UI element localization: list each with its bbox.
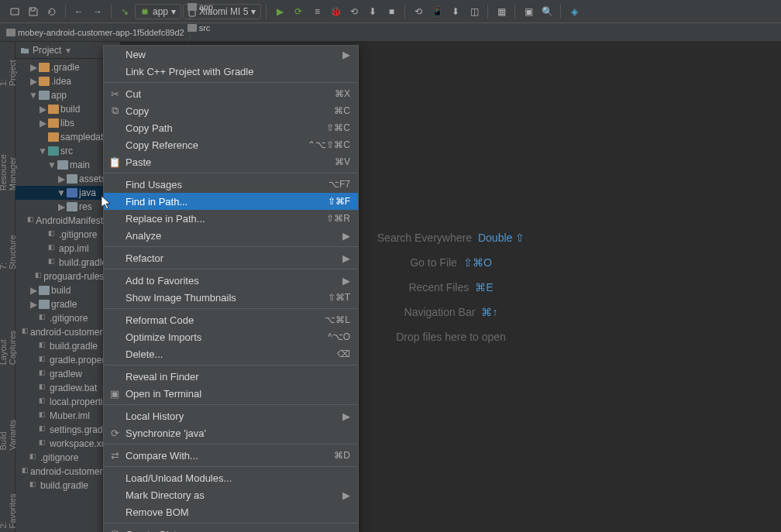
- breadcrumb-item[interactable]: app: [188, 2, 218, 12]
- expand-arrow-icon[interactable]: ▼: [39, 147, 46, 155]
- context-menu-item[interactable]: Link C++ Project with Gradle: [104, 63, 358, 80]
- expand-arrow-icon[interactable]: [29, 384, 37, 392]
- context-menu-item[interactable]: Mark Directory as ▶: [104, 486, 358, 503]
- expand-arrow-icon[interactable]: ▶: [57, 175, 65, 183]
- context-menu-item[interactable]: Reformat Code ⌥⌘L: [104, 311, 358, 328]
- expand-arrow-icon[interactable]: [29, 356, 37, 364]
- context-menu-item[interactable]: ⇄ Compare With... ⌘D: [104, 447, 358, 464]
- expand-arrow-icon[interactable]: [29, 370, 37, 378]
- debug-run-icon[interactable]: ⟳: [290, 3, 307, 20]
- left-tab[interactable]: 7: Structure: [0, 225, 19, 273]
- stop-icon[interactable]: ■: [383, 3, 400, 20]
- expand-arrow-icon[interactable]: [29, 412, 37, 420]
- open-icon[interactable]: [6, 3, 23, 20]
- context-menu-item[interactable]: Find Usages ⌥F7: [104, 176, 358, 193]
- sync-icon[interactable]: ⟲: [410, 3, 427, 20]
- expand-arrow-icon[interactable]: [29, 273, 33, 280]
- expand-arrow-icon[interactable]: [29, 398, 37, 406]
- breadcrumb-label: app: [199, 2, 213, 12]
- expand-arrow-icon[interactable]: [39, 259, 46, 266]
- run-icon[interactable]: ▶: [271, 3, 288, 20]
- folder-icon: [39, 63, 50, 72]
- context-menu-item[interactable]: Load/Unload Modules...: [104, 469, 358, 486]
- menu-item-icon: ⇄: [108, 450, 121, 462]
- expand-arrow-icon[interactable]: ▶: [57, 203, 65, 211]
- editor-hint: Go to File ⇧⌘O: [410, 256, 492, 269]
- search-icon[interactable]: 🔍: [538, 3, 556, 20]
- expand-arrow-icon[interactable]: [20, 482, 28, 489]
- context-menu-item[interactable]: ▣ Open in Terminal: [104, 385, 358, 402]
- expand-icon[interactable]: ▣: [520, 3, 537, 20]
- left-tab[interactable]: Resource Manager: [0, 120, 19, 194]
- context-menu-item[interactable]: ◯ Create Gist...: [104, 526, 358, 532]
- expand-arrow-icon[interactable]: ▶: [39, 119, 46, 127]
- context-menu-item[interactable]: 📋 Paste ⌘V: [104, 153, 358, 170]
- context-menu-item[interactable]: Refactor ▶: [104, 249, 358, 266]
- expand-arrow-icon[interactable]: [29, 342, 37, 350]
- refresh-icon[interactable]: [43, 3, 60, 20]
- layers-icon[interactable]: ◈: [566, 3, 583, 20]
- left-tab[interactable]: Layout Captures: [0, 304, 19, 368]
- expand-arrow-icon[interactable]: ▶: [29, 63, 37, 71]
- context-menu-item[interactable]: ⟳ Synchronize 'java': [104, 424, 358, 441]
- expand-arrow-icon[interactable]: [20, 454, 28, 462]
- folder-icon: [67, 174, 77, 184]
- back-icon[interactable]: ←: [71, 3, 88, 20]
- expand-arrow-icon[interactable]: ▶: [39, 105, 46, 113]
- profile-icon[interactable]: ≡: [308, 3, 325, 20]
- app-config-dropdown[interactable]: app ▾: [135, 4, 181, 19]
- file-icon: ◧: [39, 424, 48, 435]
- tree-item-label: Muber.iml: [50, 410, 90, 421]
- shortcut-text: ⌃⌥⇧⌘C: [308, 139, 350, 150]
- context-menu-item[interactable]: ✂ Cut ⌘X: [104, 85, 358, 102]
- save-icon[interactable]: [25, 3, 42, 20]
- structure-icon[interactable]: ▦: [493, 3, 510, 20]
- context-menu-item[interactable]: Delete... ⌫: [104, 345, 358, 362]
- expand-arrow-icon[interactable]: [29, 314, 37, 322]
- layout-icon[interactable]: ◫: [466, 3, 483, 20]
- expand-arrow-icon[interactable]: ▼: [48, 161, 56, 169]
- expand-arrow-icon[interactable]: [29, 426, 37, 434]
- editor-hint: Drop files here to open: [396, 331, 506, 343]
- menu-divider: [104, 523, 358, 523]
- expand-arrow-icon[interactable]: [39, 231, 46, 239]
- expand-arrow-icon[interactable]: ▶: [29, 300, 37, 308]
- avd-icon[interactable]: 📱: [428, 3, 446, 20]
- coverage-icon[interactable]: ⟲: [346, 3, 363, 20]
- context-menu-item[interactable]: Local History ▶: [104, 407, 358, 424]
- left-tab[interactable]: 1: Project: [0, 50, 19, 89]
- sdk-icon[interactable]: ⬇: [447, 3, 464, 20]
- expand-arrow-icon[interactable]: [39, 245, 46, 252]
- expand-arrow-icon[interactable]: ▶: [29, 77, 37, 85]
- file-icon: ◧: [39, 369, 48, 379]
- expand-arrow-icon[interactable]: [39, 133, 46, 141]
- expand-arrow-icon[interactable]: [29, 440, 37, 448]
- expand-arrow-icon[interactable]: [25, 217, 26, 225]
- left-tab[interactable]: 2: Favorites: [0, 484, 19, 532]
- context-menu-item[interactable]: Add to Favorites ▶: [104, 272, 358, 289]
- context-menu-item[interactable]: Replace in Path... ⇧⌘R: [104, 210, 358, 227]
- left-tab[interactable]: Build Variants: [0, 399, 19, 454]
- context-menu-item[interactable]: Remove BOM: [104, 503, 358, 520]
- forward-icon[interactable]: →: [89, 3, 106, 20]
- context-menu-item[interactable]: Show Image Thumbnails ⇧⌘T: [104, 289, 358, 306]
- attach-icon[interactable]: ⬇: [364, 3, 381, 20]
- context-menu-item[interactable]: ⧉ Copy ⌘C: [104, 102, 358, 119]
- debug-icon[interactable]: 🐞: [327, 3, 344, 20]
- expand-arrow-icon[interactable]: ▼: [57, 189, 65, 197]
- context-menu-item[interactable]: New ▶: [104, 46, 358, 63]
- expand-arrow-icon[interactable]: ▼: [29, 91, 37, 99]
- menu-item-label: Reformat Code: [126, 314, 194, 326]
- hammer-icon[interactable]: ↘: [116, 3, 133, 20]
- menu-divider: [104, 82, 358, 83]
- breadcrumb-item[interactable]: src: [188, 23, 218, 33]
- context-menu-item[interactable]: Optimize Imports ^⌥O: [104, 328, 358, 345]
- context-menu-item[interactable]: Analyze ▶: [104, 227, 358, 244]
- context-menu-item[interactable]: Copy Reference ⌃⌥⇧⌘C: [104, 136, 358, 153]
- context-menu-item[interactable]: Find in Path... ⇧⌘F: [104, 193, 358, 210]
- hint-label: Drop files here to open: [396, 331, 506, 343]
- breadcrumb-project[interactable]: mobey-android-customer-app-1f5ddefc89d2: [6, 28, 184, 37]
- context-menu-item[interactable]: Reveal in Finder: [104, 368, 358, 385]
- context-menu-item[interactable]: Copy Path ⇧⌘C: [104, 119, 358, 136]
- expand-arrow-icon[interactable]: ▶: [29, 287, 37, 294]
